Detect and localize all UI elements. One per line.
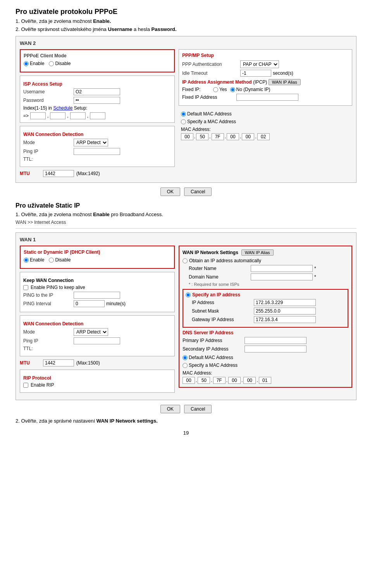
- ip-address-input[interactable]: [254, 299, 316, 306]
- ppp-auth-row: PPP Authentication PAP or CHAP: [182, 60, 349, 68]
- wan1-label: WAN 1: [20, 237, 352, 242]
- keep-wan-panel: Keep WAN Connection Enable PING to keep …: [20, 272, 175, 312]
- fixed-ip-label: Fixed IP:: [182, 87, 213, 92]
- obtain-radio[interactable]: [183, 258, 188, 263]
- dhcp-title: Static or Dynamic IP (DHCP Client): [24, 249, 171, 255]
- fixed-yes-label[interactable]: Yes: [213, 87, 227, 92]
- enable-rip-row: Enable RIP: [23, 382, 171, 388]
- mac-field-1[interactable]: [181, 133, 193, 140]
- specify-mac-radio[interactable]: [181, 119, 186, 124]
- ping-interval-unit: minute(s): [106, 301, 126, 306]
- fixed-no-radio[interactable]: [230, 87, 235, 92]
- mac2-field-5[interactable]: [243, 377, 256, 384]
- cancel-button-static[interactable]: Cancel: [184, 405, 212, 413]
- primary-ip-row: Primary IP Address: [183, 337, 348, 344]
- ip-assign-title: IP Address Assignment Method: [182, 79, 252, 85]
- ping-ip-row: Ping IP: [23, 148, 171, 155]
- mac2-field-2[interactable]: [198, 377, 210, 384]
- ping-interval-label: PING Interval: [23, 301, 74, 306]
- enable-ping-checkbox[interactable]: [23, 285, 28, 290]
- idle-timeout-input[interactable]: [240, 70, 271, 77]
- disable-radio-label[interactable]: Disable: [49, 61, 71, 66]
- username-input[interactable]: [74, 88, 120, 95]
- wan2-label: WAN 2: [20, 40, 352, 46]
- step1-static: 1. Ověřte, zda je zvolena možnost Enable…: [16, 211, 356, 217]
- mode-row: Mode ARP Detect: [23, 139, 171, 146]
- specify-radio[interactable]: [186, 292, 191, 297]
- idle-timeout-label: Idle Timeout: [182, 70, 240, 76]
- wan-ip-alias-btn-pppoe[interactable]: WAN IP Alias: [269, 79, 301, 85]
- dhcp-disable-radio[interactable]: [49, 258, 54, 263]
- wan2-panel: WAN 2 PPPoE Client Mode Enable Disable: [16, 36, 356, 183]
- ping-ip-label: Ping IP: [23, 149, 74, 154]
- schedule-text: Index(1-15) in Schedule Setup:: [23, 105, 87, 111]
- default-mac-radio[interactable]: [181, 112, 186, 117]
- mac2-field-3[interactable]: [213, 377, 226, 384]
- disable-radio[interactable]: [49, 61, 54, 66]
- dhcp-enable-label[interactable]: Enable: [24, 257, 44, 263]
- ping-to-ip-input[interactable]: [74, 292, 120, 299]
- schedule-field4[interactable]: [90, 112, 105, 119]
- secondary-ip-input[interactable]: [245, 346, 307, 352]
- dns-title: DNS Server IP Address: [183, 330, 348, 335]
- router-name-input[interactable]: [251, 265, 313, 272]
- pppoe-mode-title: PPPoE Client Mode: [24, 53, 171, 58]
- ppp-auth-select[interactable]: PAP or CHAP: [240, 60, 279, 68]
- ping-ip-input[interactable]: [74, 148, 120, 155]
- schedule-row: Index(1-15) in Schedule Setup:: [23, 105, 171, 111]
- domain-name-input[interactable]: [251, 273, 313, 280]
- specify-mac2-radio[interactable]: [183, 363, 188, 368]
- mtu2-input[interactable]: [43, 359, 74, 366]
- ping-interval-input[interactable]: [74, 300, 105, 307]
- default-mac2-label[interactable]: Default MAC Address: [183, 355, 233, 360]
- ip-assign-row: IP Address Assignment Method (IPCP) WAN …: [182, 79, 349, 85]
- schedule-field1[interactable]: [30, 112, 46, 119]
- ok-button-pppoe[interactable]: OK: [160, 187, 180, 196]
- schedule-field3[interactable]: [70, 112, 86, 119]
- mac-field-3[interactable]: [212, 133, 224, 140]
- ok-button-static[interactable]: OK: [160, 405, 180, 413]
- fixed-ip-addr-input[interactable]: [236, 94, 298, 101]
- wan-conn2-panel: WAN Connection Detection Mode ARP Detect…: [20, 315, 175, 356]
- wan-ip-alias-btn2[interactable]: WAN IP Alias: [241, 249, 274, 256]
- mtu-input[interactable]: [43, 170, 74, 177]
- ttl-label: TTL:: [23, 156, 74, 162]
- schedule-field2[interactable]: [50, 112, 65, 119]
- ping-ip2-input[interactable]: [74, 337, 120, 344]
- password-input[interactable]: [74, 97, 120, 104]
- dhcp-disable-label[interactable]: Disable: [49, 257, 71, 263]
- mac2-field-4[interactable]: [228, 377, 241, 384]
- fixed-yes-radio[interactable]: [213, 87, 218, 92]
- subnet-mask-input[interactable]: [254, 308, 316, 315]
- mac2-field-6[interactable]: [259, 377, 271, 384]
- ppp-mp-title: PPP/MP Setup: [182, 53, 349, 58]
- mac2-field-1[interactable]: [183, 377, 195, 384]
- default-mac2-radio[interactable]: [183, 355, 188, 360]
- ip-address-row: IP Address: [186, 299, 345, 306]
- primary-ip-input[interactable]: [245, 337, 307, 344]
- mac-field-4[interactable]: [227, 133, 239, 140]
- idle-timeout-row: Idle Timeout second(s): [182, 70, 349, 77]
- mode2-row: Mode ARP Detect: [23, 328, 171, 336]
- mode-select[interactable]: ARP Detect: [74, 139, 108, 146]
- step1-pppoe: 1. Ověřte, zda je zvolena možnost Enable…: [16, 18, 356, 24]
- mac-field-5[interactable]: [242, 133, 254, 140]
- enable-rip-checkbox[interactable]: [23, 383, 28, 388]
- enable-radio-label[interactable]: Enable: [24, 61, 44, 66]
- mac-field-6[interactable]: [257, 133, 270, 140]
- fixed-no-label[interactable]: No (Dynamic IP): [230, 87, 270, 92]
- dhcp-enable-radio[interactable]: [24, 258, 29, 263]
- mac-field-2[interactable]: [196, 133, 208, 140]
- specify-mac-label[interactable]: Specify a MAC Address: [181, 119, 236, 124]
- wan-conn2-title: WAN Connection Detection: [23, 321, 171, 327]
- mode2-select[interactable]: ARP Detect: [74, 328, 108, 336]
- primary-ip-label: Primary IP Address: [183, 338, 245, 343]
- cancel-button-pppoe[interactable]: Cancel: [184, 187, 212, 196]
- default-mac-label[interactable]: Default MAC Address: [181, 111, 232, 117]
- ppp-mp-panel: PPP/MP Setup PPP Authentication PAP or C…: [179, 49, 352, 106]
- schedule-inputs: => , , ,: [23, 112, 171, 119]
- mac-addr2-label: MAC Address:: [183, 370, 348, 376]
- gateway-input[interactable]: [254, 316, 316, 323]
- enable-radio[interactable]: [24, 61, 29, 66]
- specify-mac2-label[interactable]: Specify a MAC Address: [183, 363, 238, 368]
